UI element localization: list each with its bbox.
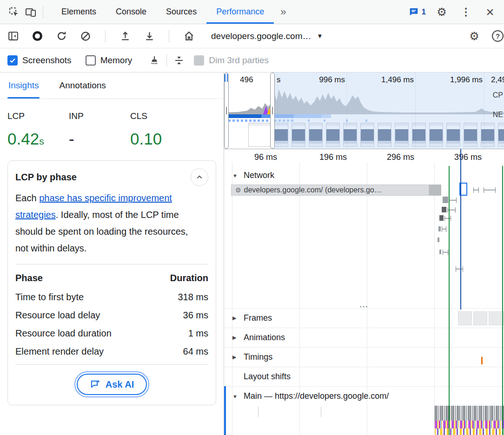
shortcuts-dialog-button[interactable]	[171, 52, 187, 69]
phase-duration: 36 ms	[153, 306, 208, 324]
overview-time-label: 1,996 ms	[450, 75, 483, 85]
chevron-up-icon	[194, 172, 205, 182]
settings-button[interactable]: ⚙	[433, 4, 450, 20]
save-profile-button[interactable]	[141, 28, 158, 45]
record-button[interactable]	[29, 28, 46, 45]
collect-garbage-button[interactable]	[146, 52, 163, 69]
network-request-bar[interactable]	[439, 215, 444, 221]
close-icon: ×	[486, 5, 494, 19]
message-bubble-icon	[409, 7, 419, 17]
frame-block[interactable]	[458, 311, 472, 325]
phase-name: Element render delay	[15, 343, 153, 361]
timings-track-header[interactable]: ▶ Timings	[224, 347, 504, 367]
panel-tabs: Elements Console Sources Performance	[52, 0, 274, 24]
more-tabs-button[interactable]: »	[274, 6, 292, 18]
history-dropdown[interactable]: developers.google.com… ▼	[211, 31, 323, 41]
network-request-whisker[interactable]	[443, 250, 448, 255]
collapse-card-button[interactable]	[191, 168, 208, 186]
gear-icon: ⚙	[235, 186, 241, 194]
screenshots-checkbox[interactable]	[7, 55, 18, 66]
device-toolbar-icon	[25, 7, 36, 18]
network-request-whisker[interactable]	[449, 198, 457, 203]
main-thread-flame-chart[interactable]	[224, 406, 504, 435]
network-request-bar[interactable]: ⚙ developers.google.com/ (developers.go…	[231, 185, 429, 196]
network-request-bar[interactable]	[438, 237, 439, 242]
tab-console[interactable]: Console	[106, 0, 156, 24]
tab-sources[interactable]: Sources	[156, 0, 206, 24]
insights-sidebar: Insights Annotations LCP 0.42s INP - CLS…	[0, 72, 224, 435]
network-track-header[interactable]: ▼ Network	[224, 166, 504, 180]
dim-third-parties-checkbox[interactable]	[194, 55, 204, 66]
inspect-element-button[interactable]	[6, 4, 22, 20]
network-request-bar-end	[429, 185, 441, 196]
triangle-right-icon: ▶	[232, 335, 239, 341]
history-dropdown-value: developers.google.com…	[211, 31, 311, 41]
show-more-requests-button[interactable]: …	[224, 300, 504, 308]
overview-time-label: 1,496 ms	[381, 75, 414, 85]
frames-track-header[interactable]: ▶ Frames	[224, 308, 504, 328]
cpu-lane-label: CP	[493, 91, 503, 99]
tab-insights[interactable]: Insights	[7, 72, 40, 99]
performance-panel-body: Insights Annotations LCP 0.42s INP - CLS…	[0, 72, 504, 435]
track-label: Main — https://developers.google.com/	[244, 391, 389, 401]
inspect-icon	[8, 7, 20, 18]
tab-annotations[interactable]: Annotations	[58, 72, 106, 99]
network-request-whisker[interactable]	[456, 266, 463, 272]
filmstrip-thumbnail[interactable]	[248, 123, 272, 147]
capture-options-row: Screenshots Memory Dim 3rd parties	[0, 48, 504, 72]
close-devtools-button[interactable]: ×	[482, 4, 498, 20]
screenshots-label[interactable]: Screenshots	[22, 55, 72, 66]
network-request-whisker[interactable]	[484, 187, 496, 193]
block-icon	[80, 31, 91, 42]
metric-value: -	[69, 130, 74, 148]
timeline-tracks: 96 ms 196 ms 296 ms 396 ms ▼ Network ⚙ d…	[224, 149, 504, 435]
card-title: LCP by phase	[15, 168, 77, 183]
capture-settings-button[interactable]: ⚙	[466, 28, 483, 45]
divider	[15, 364, 208, 365]
flame-chart-rendering[interactable]	[435, 428, 504, 435]
network-request-bar[interactable]	[443, 197, 448, 203]
flame-chart-tasks[interactable]	[435, 406, 504, 421]
record-and-reload-button[interactable]	[53, 28, 70, 45]
download-icon	[144, 30, 155, 42]
issues-counter[interactable]: 1	[409, 7, 426, 17]
dim-third-parties-label: Dim 3rd parties	[209, 55, 269, 66]
live-metrics-button[interactable]	[180, 28, 197, 45]
table-row: Resource load duration 1 ms	[15, 324, 208, 343]
record-icon	[33, 31, 42, 41]
overview-right-handle[interactable]	[270, 72, 275, 149]
memory-checkbox[interactable]	[86, 55, 96, 66]
flame-chart-scripting[interactable]	[435, 421, 504, 428]
timeline-overview[interactable]: 496 s 996 ms 1,496 ms 1,996 ms 2,49 CP N…	[224, 72, 504, 149]
selected-track-indicator	[224, 386, 226, 435]
clear-button[interactable]	[77, 28, 94, 45]
frame-block[interactable]	[473, 311, 487, 325]
network-request-whisker[interactable]	[442, 226, 446, 232]
device-toolbar-button[interactable]	[22, 4, 39, 20]
timing-marker[interactable]	[481, 357, 483, 364]
overview-left-handle-grip[interactable]	[225, 74, 228, 82]
frame-thumbnails	[458, 311, 504, 325]
network-request-label: developers.google.com/ (developers.go…	[244, 186, 382, 194]
broom-icon	[149, 55, 160, 66]
network-request-bar[interactable]	[438, 226, 441, 231]
network-request-whisker[interactable]	[473, 187, 479, 193]
memory-label[interactable]: Memory	[100, 55, 133, 66]
toggle-sidebar-button[interactable]	[5, 28, 21, 45]
layout-shifts-track-header[interactable]: Layout shifts	[224, 367, 504, 386]
ask-ai-button[interactable]: Ask AI	[77, 374, 147, 395]
overview-left-handle[interactable]	[224, 72, 229, 149]
tab-performance[interactable]: Performance	[206, 0, 274, 24]
kebab-menu-icon: ⋮	[461, 7, 471, 17]
tab-elements[interactable]: Elements	[52, 0, 106, 24]
main-thread-track-header[interactable]: ▼ Main — https://developers.google.com/	[224, 386, 504, 406]
network-request-bar[interactable]	[439, 250, 441, 254]
help-button[interactable]: ?	[492, 30, 504, 42]
divider	[15, 264, 208, 264]
ruler-label: 396 ms	[434, 152, 502, 162]
load-profile-button[interactable]	[117, 28, 133, 45]
animations-track-header[interactable]: ▶ Animations	[224, 328, 504, 347]
network-request-bar[interactable]	[442, 207, 446, 212]
devtools-menu-button[interactable]: ⋮	[458, 4, 474, 20]
network-request-whisker[interactable]	[444, 216, 451, 221]
